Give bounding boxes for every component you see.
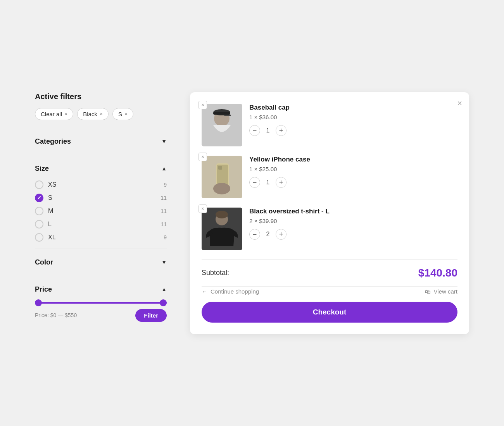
- qty-increase-baseball[interactable]: +: [276, 125, 287, 136]
- back-arrow-icon: ←: [202, 288, 207, 295]
- item-price-tshirt: 2 × $39.90: [249, 218, 457, 224]
- qty-control-baseball: − 1 +: [249, 125, 287, 136]
- size-label-xl: XL: [48, 234, 56, 241]
- view-cart-label: View cart: [434, 288, 457, 295]
- size-count-xl: 9: [164, 234, 167, 240]
- price-section-header[interactable]: Price ▲: [35, 283, 167, 296]
- subtotal-row: Subtotal: $140.80: [202, 267, 457, 279]
- size-option-xl: XL 9: [35, 233, 167, 242]
- item-name-tshirt: Black oversized t-shirt - L: [249, 208, 457, 215]
- size-radio-m[interactable]: [35, 207, 43, 215]
- size-radio-xs[interactable]: [35, 180, 43, 189]
- subtotal-value: $140.80: [418, 267, 457, 279]
- price-info-row: Price: $0 — $550 Filter: [35, 309, 167, 322]
- s-label: S: [118, 111, 122, 117]
- size-radio-xl[interactable]: [35, 233, 43, 242]
- size-label-s: S: [48, 194, 52, 201]
- cart-item-iphone-case: × Yellow iPhone case 1 × $: [202, 156, 457, 198]
- categories-arrow-icon: ▼: [161, 138, 167, 144]
- size-title: Size: [35, 165, 49, 173]
- cart-close-button[interactable]: ×: [457, 99, 462, 108]
- divider-3: [35, 249, 167, 249]
- filter-tag-black[interactable]: Black ×: [77, 108, 109, 120]
- size-arrow-icon: ▲: [161, 165, 167, 172]
- size-option-l: L 11: [35, 220, 167, 228]
- continue-shopping-label: Continue shopping: [211, 288, 259, 295]
- size-label-l: L: [48, 221, 52, 228]
- divider-2: [35, 155, 167, 155]
- filter-tag-s[interactable]: S ×: [112, 108, 133, 120]
- cart-bag-icon: 🛍: [425, 288, 431, 295]
- cart-actions: ← Continue shopping 🛍 View cart: [202, 286, 457, 295]
- filters-panel: Active filters Clear all × Black × S × C…: [35, 92, 167, 322]
- qty-decrease-baseball[interactable]: −: [249, 125, 260, 136]
- size-count-l: 11: [161, 221, 167, 227]
- filter-tag-clear-all[interactable]: Clear all ×: [35, 108, 73, 120]
- black-x-icon[interactable]: ×: [100, 111, 103, 117]
- categories-title: Categories: [35, 137, 71, 146]
- svg-rect-3: [213, 112, 230, 115]
- item-name-baseball: Baseball cap: [249, 104, 457, 112]
- size-option-m: M 11: [35, 207, 167, 215]
- qty-value-iphone: 1: [265, 179, 271, 186]
- size-count-m: 11: [161, 208, 167, 214]
- size-option-s: S 11: [35, 194, 167, 202]
- qty-control-tshirt: − 2 +: [249, 229, 287, 240]
- size-count-xs: 9: [164, 182, 167, 188]
- item-remove-iphone[interactable]: ×: [198, 153, 207, 161]
- view-cart-link[interactable]: 🛍 View cart: [425, 288, 457, 295]
- item-image-iphone: [202, 156, 242, 198]
- size-section-header[interactable]: Size ▲: [35, 162, 167, 175]
- size-options: XS 9 S 11 M 11 L: [35, 180, 167, 242]
- item-info-iphone: Yellow iPhone case 1 × $25.00 − 1 +: [249, 156, 457, 188]
- active-filters: Clear all × Black × S ×: [35, 108, 167, 120]
- item-price-iphone: 1 × $25.00: [249, 166, 457, 172]
- qty-increase-iphone[interactable]: +: [276, 177, 287, 188]
- s-x-icon[interactable]: ×: [124, 111, 128, 117]
- svg-rect-8: [218, 166, 222, 170]
- size-label-m: M: [48, 208, 53, 215]
- item-price-baseball: 1 × $36.00: [249, 114, 457, 120]
- price-range-text: Price: $0 — $550: [35, 312, 77, 318]
- cart-item-tshirt: × Black: [202, 208, 457, 250]
- size-radio-s[interactable]: [35, 194, 43, 202]
- color-title: Color: [35, 258, 53, 266]
- clear-all-x-icon[interactable]: ×: [64, 111, 67, 117]
- size-count-s: 11: [161, 195, 167, 201]
- continue-shopping-link[interactable]: ← Continue shopping: [202, 288, 259, 295]
- price-thumb-left[interactable]: [35, 299, 42, 306]
- item-name-iphone: Yellow iPhone case: [249, 156, 457, 163]
- categories-section-header[interactable]: Categories ▼: [35, 135, 167, 148]
- svg-point-12: [216, 211, 228, 218]
- divider-4: [35, 276, 167, 276]
- cart-subtotal-divider: [202, 259, 457, 260]
- color-section-header[interactable]: Color ▼: [35, 256, 167, 269]
- item-info-baseball: Baseball cap 1 × $36.00 − 1 +: [249, 104, 457, 136]
- qty-value-tshirt: 2: [265, 231, 271, 238]
- black-label: Black: [83, 111, 97, 117]
- subtotal-label: Subtotal:: [202, 269, 229, 277]
- item-image-wrap-tshirt: ×: [202, 208, 242, 250]
- item-info-tshirt: Black oversized t-shirt - L 2 × $39.90 −…: [249, 208, 457, 240]
- clear-all-label: Clear all: [41, 111, 62, 117]
- item-remove-tshirt[interactable]: ×: [198, 204, 207, 213]
- qty-decrease-tshirt[interactable]: −: [249, 229, 260, 240]
- size-label-xs: XS: [48, 181, 56, 188]
- filter-button[interactable]: Filter: [135, 309, 167, 322]
- qty-increase-tshirt[interactable]: +: [276, 229, 287, 240]
- price-arrow-icon: ▲: [161, 286, 167, 292]
- item-remove-baseball[interactable]: ×: [198, 101, 207, 109]
- item-image-tshirt: [202, 208, 242, 250]
- size-option-xs: XS 9: [35, 180, 167, 189]
- filters-title: Active filters: [35, 92, 167, 101]
- checkout-button[interactable]: Checkout: [202, 302, 457, 323]
- price-range-track[interactable]: [35, 302, 167, 304]
- qty-control-iphone: − 1 +: [249, 177, 287, 188]
- qty-decrease-iphone[interactable]: −: [249, 177, 260, 188]
- qty-value-baseball: 1: [265, 127, 271, 134]
- price-thumb-right[interactable]: [160, 299, 167, 306]
- size-radio-l[interactable]: [35, 220, 43, 228]
- svg-point-9: [213, 183, 230, 194]
- color-arrow-icon: ▼: [161, 259, 167, 265]
- svg-rect-4: [224, 115, 231, 116]
